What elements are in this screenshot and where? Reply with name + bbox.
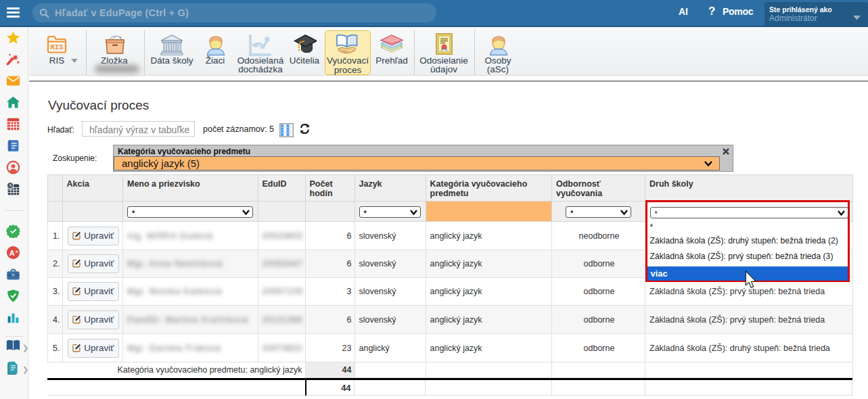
svg-text:A: A [9,249,15,257]
svg-text:RIS: RIS [51,43,64,51]
svg-text:+: + [15,249,18,255]
